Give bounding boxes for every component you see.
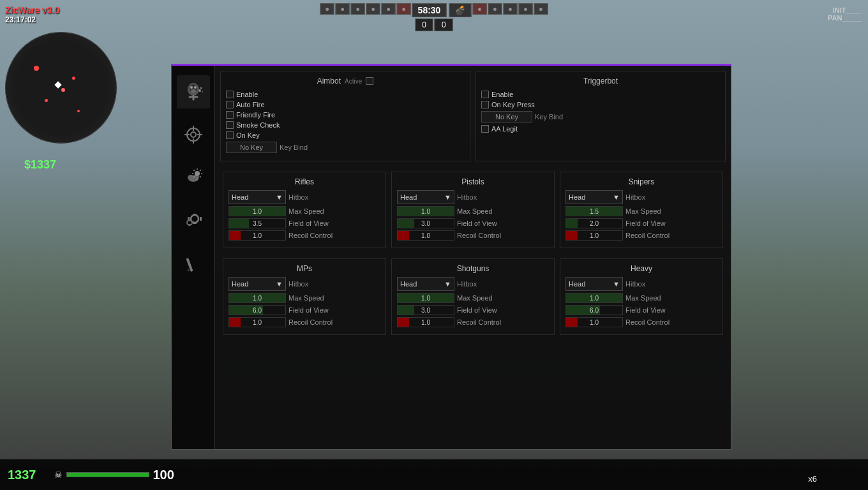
snipers-head-dropdown[interactable]: Head ▼ (565, 190, 623, 204)
bomb-icon-area: 💣 (449, 3, 471, 17)
active-checkbox[interactable] (366, 77, 373, 85)
pistols-fov-slider[interactable]: 3.0 (397, 218, 454, 228)
friendly-fire-checkbox[interactable] (226, 111, 234, 119)
rifles-speed-label: Max Speed (288, 207, 340, 215)
rifles-recoil-value: 1.0 (229, 231, 285, 240)
mps-fov-value: 6.0 (229, 306, 285, 315)
pistols-head-dropdown[interactable]: Head ▼ (397, 190, 454, 204)
team-icon-10: ☻ (518, 3, 532, 15)
mps-recoil-slider[interactable]: 1.0 (228, 317, 286, 327)
rifles-hitbox-label: Hitbox (288, 193, 308, 201)
pistols-head-value: Head (400, 193, 417, 201)
heavy-recoil-slider[interactable]: 1.0 (565, 317, 623, 327)
mps-recoil-label: Recoil Control (288, 318, 340, 326)
auto-fire-checkbox[interactable] (226, 101, 234, 108)
pistols-hitbox-row: Head ▼ Hitbox (397, 190, 549, 204)
shotguns-fov-slider[interactable]: 3.0 (397, 305, 454, 315)
sidebar-item-skins[interactable] (177, 246, 210, 279)
shotguns-speed-slider[interactable]: 1.0 (397, 293, 454, 303)
friendly-fire-row: Friendly Fire (226, 111, 465, 119)
svg-point-2 (190, 86, 193, 89)
heavy-recoil-value: 1.0 (566, 318, 622, 327)
heavy-fov-value: 6.0 (566, 306, 622, 315)
svg-rect-30 (193, 214, 197, 216)
shotguns-head-value: Head (400, 280, 417, 288)
shotguns-hitbox-label: Hitbox (457, 280, 477, 288)
trig-no-key-button[interactable]: No Key (481, 111, 532, 122)
sidebar (172, 66, 215, 449)
hud-top-left: ZicWare v3.0 23:17:02 (5, 5, 59, 24)
pistols-title: Pistols (397, 177, 549, 186)
heavy-recoil-label: Recoil Control (625, 318, 677, 326)
aimbot-title-row: Aimbot Active (226, 77, 465, 85)
active-label: Active (345, 78, 362, 85)
mps-fov-row: 6.0 Field of View (228, 305, 380, 315)
on-key-row: On Key (226, 131, 465, 139)
bottom-hud: 1337 ☠ 100 x6 (0, 459, 868, 490)
smoke-check-checkbox[interactable] (226, 121, 234, 129)
ammo-extra: x6 (808, 474, 817, 484)
shotguns-fov-row: 3.0 Field of View (397, 305, 549, 315)
content-area: Aimbot Active Enable Auto Fire Friendly … (215, 66, 731, 449)
hp-area: ☠ 100 (54, 468, 174, 482)
aa-legit-row: AA Legit (481, 125, 720, 133)
mps-head-value: Head (232, 280, 248, 288)
rifles-fov-value: 3.5 (229, 219, 285, 228)
team-icon-4: ☻ (366, 3, 380, 15)
trig-enable-row: Enable (481, 91, 720, 98)
shotguns-hitbox-row: Head ▼ Hitbox (397, 277, 549, 291)
rifles-head-dropdown[interactable]: Head ▼ (228, 190, 286, 204)
pistols-recoil-row: 1.0 Recoil Control (397, 230, 549, 241)
pistols-speed-slider[interactable]: 1.0 (397, 206, 454, 216)
heavy-speed-slider[interactable]: 1.0 (565, 293, 623, 303)
snipers-speed-slider[interactable]: 1.5 (565, 206, 623, 216)
pistols-recoil-slider[interactable]: 1.0 (397, 230, 454, 241)
snipers-recoil-label: Recoil Control (625, 232, 677, 239)
menu-panel: Aimbot Active Enable Auto Fire Friendly … (171, 64, 731, 450)
svg-line-27 (200, 170, 201, 171)
shotguns-panel: Shotguns Head ▼ Hitbox 1.0 Max Speed (391, 258, 555, 335)
rifles-speed-slider[interactable]: 1.0 (228, 206, 286, 216)
svg-rect-35 (188, 224, 191, 226)
mps-head-dropdown[interactable]: Head ▼ (228, 277, 286, 291)
aa-legit-checkbox[interactable] (481, 125, 489, 133)
pistols-hitbox-label: Hitbox (457, 193, 477, 201)
heavy-fov-slider[interactable]: 6.0 (565, 305, 623, 315)
shotguns-head-dropdown[interactable]: Head ▼ (397, 277, 454, 291)
team-icon-5: ☻ (382, 3, 396, 15)
no-key-button[interactable]: No Key (226, 142, 277, 153)
sidebar-item-settings[interactable] (177, 204, 210, 237)
hud-time: 23:17:02 (5, 15, 59, 24)
mps-fov-slider[interactable]: 6.0 (228, 305, 286, 315)
mps-recoil-row: 1.0 Recoil Control (228, 317, 380, 327)
trig-enable-checkbox[interactable] (481, 91, 489, 98)
hud-money: $1337 (24, 158, 56, 172)
auto-fire-row: Auto Fire (226, 101, 465, 108)
shotguns-recoil-slider[interactable]: 1.0 (397, 317, 454, 327)
pistols-recoil-value: 1.0 (398, 231, 454, 240)
snipers-speed-label: Max Speed (625, 207, 677, 215)
rifles-recoil-slider[interactable]: 1.0 (228, 230, 286, 241)
trig-enable-label: Enable (491, 91, 513, 98)
svg-point-11 (191, 132, 196, 137)
team-icon-7: ☻ (472, 3, 486, 15)
on-key-checkbox[interactable] (226, 131, 234, 139)
snipers-fov-slider[interactable]: 2.0 (565, 218, 623, 228)
heavy-head-dropdown[interactable]: Head ▼ (565, 277, 623, 291)
hud-top-right: INIT____PAN_____ (828, 6, 862, 22)
trig-on-key-checkbox[interactable] (481, 101, 489, 108)
minimap-inner (6, 33, 116, 142)
rifles-fov-slider[interactable]: 3.5 (228, 218, 286, 228)
mps-speed-slider[interactable]: 1.0 (228, 293, 286, 303)
snipers-recoil-slider[interactable]: 1.0 (565, 230, 623, 241)
trig-on-key-row: On Key Press (481, 101, 720, 108)
sidebar-item-misc[interactable] (177, 161, 210, 194)
svg-point-19 (195, 171, 200, 176)
smoke-check-label: Smoke Check (236, 121, 280, 129)
snipers-recoil-row: 1.0 Recoil Control (565, 230, 717, 241)
sidebar-item-crosshair[interactable] (177, 118, 210, 151)
hp-bar-fill (67, 473, 149, 477)
minimap (5, 32, 117, 144)
enable-checkbox[interactable] (226, 91, 234, 98)
sidebar-item-aimbot[interactable] (177, 75, 210, 108)
